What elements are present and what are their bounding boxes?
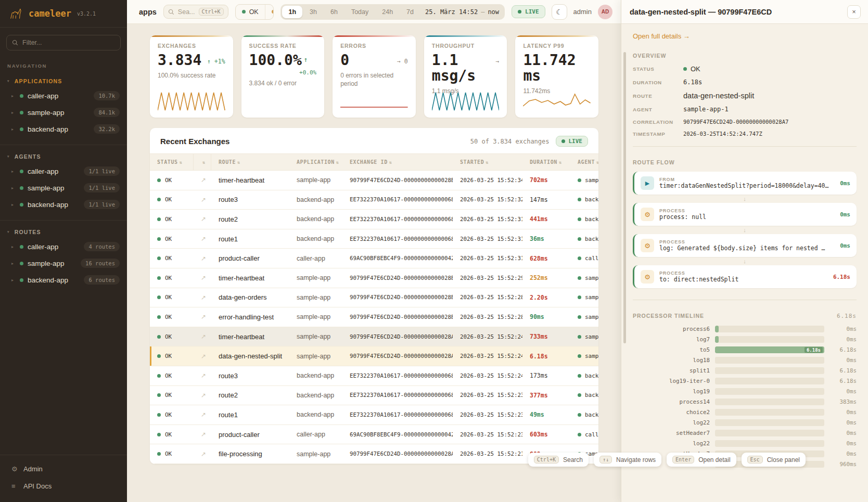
- shortcut-key: Ctrl+K: [534, 456, 559, 464]
- timeline-row: log190ms: [633, 388, 857, 395]
- stat-cards-row: EXCHANGES3.834↑ +1%100.0% success rateSU…: [150, 35, 598, 118]
- sidebar-item-sample-app[interactable]: ▸sample-app16 routes: [0, 255, 127, 272]
- footer-item-api-docs[interactable]: ≡API Docs: [0, 478, 127, 495]
- footer-item-admin[interactable]: ⚙Admin: [0, 460, 127, 478]
- open-exchange-icon[interactable]: ↗: [194, 333, 211, 340]
- theme-toggle[interactable]: ☾: [552, 4, 567, 20]
- open-exchange-icon[interactable]: ↗: [194, 235, 211, 242]
- live-toggle[interactable]: LIVE: [512, 5, 545, 18]
- open-exchange-icon[interactable]: ↗: [194, 313, 211, 320]
- agent-cell: backend-app-1: [570, 411, 598, 418]
- sidebar-item-backend-app[interactable]: ▸backend-app32.2k: [0, 121, 127, 137]
- open-exchange-icon[interactable]: ↗: [194, 215, 211, 223]
- sort-icon: ⇅: [202, 160, 206, 165]
- sidebar-item-caller-app[interactable]: ▸caller-app4 routes: [0, 238, 127, 255]
- time-range-3h[interactable]: 3h: [303, 6, 323, 18]
- agent-cell: sample-app-1: [570, 353, 598, 359]
- timeline-row: process60ms: [633, 326, 857, 332]
- flow-step: ⚙PROCESSlog: Generated ${body.size} item…: [633, 234, 857, 257]
- table-row[interactable]: OK↗data-gen-nested-splitsample-app90799F…: [150, 346, 598, 366]
- column-header-started[interactable]: STARTED⇅: [453, 154, 522, 170]
- sidebar-filter-input[interactable]: Filter...: [6, 35, 121, 50]
- timeline-duration: 0ms: [829, 419, 857, 426]
- panel-header: data-gen-nested-split — 90799F47E6CD ×: [621, 0, 868, 24]
- table-row[interactable]: OK↗route3backend-appEE7322370A10617-0000…: [150, 366, 598, 386]
- sidebar-item-caller-app[interactable]: ▸caller-app10.7k: [0, 87, 127, 104]
- column-header-agent[interactable]: AGENT⇅: [570, 154, 598, 170]
- status-filter-warn[interactable]: Warn: [265, 5, 274, 19]
- open-exchange-icon[interactable]: ↗: [194, 372, 211, 379]
- route-cell: route1: [211, 235, 289, 243]
- section-header-routes[interactable]: ▾ROUTES: [0, 226, 127, 238]
- search-input[interactable]: Sea... Ctrl+K: [163, 5, 228, 19]
- open-exchange-icon[interactable]: ↗: [194, 255, 211, 262]
- exchange-id-cell: EE7322370A10617-000000000000068C: [342, 196, 453, 203]
- time-range-6h[interactable]: 6h: [324, 6, 344, 18]
- table-row[interactable]: OK↗route1backend-appEE7322370A10617-0000…: [150, 229, 598, 249]
- column-header-link[interactable]: ⇅: [194, 154, 211, 170]
- sidebar-item-label: backend-app: [28, 276, 80, 284]
- table-row[interactable]: OK↗timer-heartbeatsample-app90799F47E6CD…: [150, 171, 598, 190]
- open-full-details-link[interactable]: Open full details →: [633, 32, 857, 40]
- row-status-cell: OK: [150, 275, 194, 281]
- open-exchange-icon[interactable]: ↗: [194, 196, 211, 203]
- open-exchange-icon[interactable]: ↗: [194, 392, 211, 399]
- column-header-route[interactable]: ROUTE⇅: [211, 154, 289, 170]
- column-header-application[interactable]: APPLICATION⇅: [289, 154, 342, 170]
- agent-name: backend-app-1: [585, 411, 598, 418]
- timeline-bar-track: [715, 419, 824, 426]
- exchange-id-cell: 69AC90BF8EBC4F9-000000000000042B: [342, 255, 453, 262]
- avatar[interactable]: AD: [598, 5, 612, 19]
- status-filter-ok[interactable]: OK: [236, 5, 265, 19]
- table-row[interactable]: OK↗route1backend-appEE7322370A10617-0000…: [150, 405, 598, 425]
- close-button[interactable]: ×: [847, 5, 861, 19]
- table-row[interactable]: OK↗route2backend-appEE7322370A10617-0000…: [150, 386, 598, 406]
- open-exchange-icon[interactable]: ↗: [194, 176, 211, 184]
- sidebar-item-backend-app[interactable]: ▸backend-app1/1 live: [0, 196, 127, 213]
- timeline-processor-name: setHeader7: [633, 430, 710, 436]
- sidebar-item-sample-app[interactable]: ▸sample-app1/1 live: [0, 179, 127, 196]
- table-row[interactable]: OK↗route2backend-appEE7322370A10617-0000…: [150, 210, 598, 229]
- timeline-processor-name: split1: [633, 367, 710, 374]
- row-status-cell: OK: [150, 255, 194, 262]
- status-dot-icon: [157, 374, 161, 378]
- sort-icon: ⇅: [486, 160, 489, 165]
- table-row[interactable]: OK↗data-gen-orderssample-app90799F47E6CD…: [150, 288, 598, 308]
- main-content: EXCHANGES3.834↑ +1%100.0% success rateSU…: [127, 24, 621, 502]
- status-dot-icon: [578, 393, 581, 397]
- sidebar-item-backend-app[interactable]: ▸backend-app6 routes: [0, 272, 127, 288]
- date-range-control[interactable]: 25. März 14:52—now: [421, 8, 503, 16]
- open-exchange-icon[interactable]: ↗: [194, 274, 211, 281]
- username: admin: [573, 8, 592, 16]
- table-row[interactable]: OK↗error-handling-testsample-app90799F47…: [150, 307, 598, 327]
- column-header-duration[interactable]: DURATION⇅: [522, 154, 570, 170]
- chevron-right-icon: ▸: [11, 186, 16, 190]
- card-accent-bar: [424, 35, 507, 37]
- open-exchange-icon[interactable]: ↗: [194, 353, 211, 360]
- open-exchange-icon[interactable]: ↗: [194, 294, 211, 301]
- row-status-cell: OK: [150, 431, 194, 438]
- table-row[interactable]: OK↗product-callercaller-app69AC90BF8EBC4…: [150, 249, 598, 268]
- table-row[interactable]: OK↗timer-heartbeatsample-app90799F47E6CD…: [150, 268, 598, 288]
- open-exchange-icon[interactable]: ↗: [194, 411, 211, 418]
- overview-row-correlation: CORRELATION90799F47E6CD24D-0000000000002…: [633, 119, 857, 125]
- stat-card-value-row: 0→ 0: [340, 53, 408, 68]
- table-row[interactable]: OK↗timer-heartbeatsample-app90799F47E6CD…: [150, 327, 598, 347]
- open-exchange-icon[interactable]: ↗: [194, 431, 211, 438]
- time-range-today[interactable]: Today: [345, 6, 375, 18]
- section-header-agents[interactable]: ▾AGENTS: [0, 150, 127, 163]
- time-range-1h[interactable]: 1h: [282, 6, 302, 18]
- table-row[interactable]: OK↗product-callercaller-app69AC90BF8EBC4…: [150, 425, 598, 445]
- section-header-applications[interactable]: ▾APPLICATIONS: [0, 75, 127, 87]
- sidebar-item-sample-app[interactable]: ▸sample-app84.1k: [0, 104, 127, 121]
- column-header-status[interactable]: STATUS⇅: [150, 154, 194, 170]
- timeline-row: split16.18s: [633, 367, 857, 374]
- table-row[interactable]: OK↗route3backend-appEE7322370A10617-0000…: [150, 190, 598, 210]
- time-range-7d[interactable]: 7d: [400, 6, 420, 18]
- panel-scrollbar[interactable]: [623, 52, 626, 343]
- sidebar-item-caller-app[interactable]: ▸caller-app1/1 live: [0, 163, 127, 179]
- open-exchange-icon[interactable]: ↗: [194, 450, 211, 458]
- column-header-exchange-id[interactable]: EXCHANGE ID⇅: [342, 154, 453, 170]
- status-dot-icon: [578, 237, 581, 241]
- time-range-24h[interactable]: 24h: [376, 6, 399, 18]
